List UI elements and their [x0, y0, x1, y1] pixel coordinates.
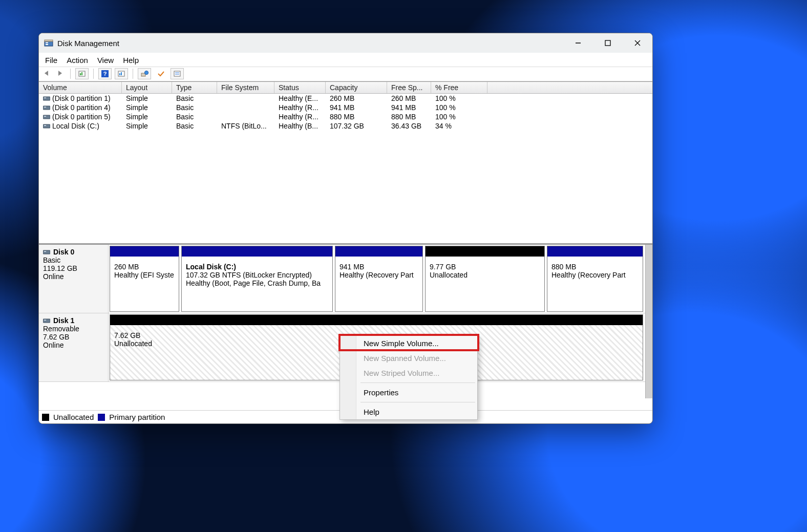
minimize-button[interactable]: [563, 33, 593, 53]
partition[interactable]: Local Disk (C:)107.32 GB NTFS (BitLocker…: [181, 246, 333, 312]
menu-view[interactable]: View: [97, 56, 114, 65]
tool-help-icon[interactable]: ?: [98, 68, 112, 79]
cell-pct: 100 %: [431, 112, 487, 121]
disk-icon: [43, 248, 50, 256]
disk-name: Disk 1: [53, 316, 74, 325]
col-volume[interactable]: Volume: [39, 82, 122, 93]
svg-rect-25: [43, 115, 50, 119]
table-row[interactable]: (Disk 0 partition 4)SimpleBasicHealthy (…: [39, 103, 652, 112]
table-row[interactable]: (Disk 0 partition 1)SimpleBasicHealthy (…: [39, 94, 652, 103]
context-menu-separator: [360, 382, 475, 383]
svg-text:?: ?: [103, 71, 107, 77]
svg-rect-22: [44, 98, 46, 99]
svg-rect-31: [43, 319, 50, 323]
disk-kind: Basic: [43, 256, 104, 264]
cell-volume: Local Disk (C:): [52, 122, 99, 130]
cell-type: Basic: [172, 94, 217, 103]
svg-rect-0: [45, 41, 53, 46]
svg-rect-28: [44, 125, 46, 126]
legend-unallocated-swatch: [42, 414, 49, 421]
col-capacity[interactable]: Capacity: [326, 82, 387, 93]
nav-back-icon[interactable]: [42, 69, 52, 79]
partition-stripe: [335, 246, 422, 257]
cell-free: 880 MB: [387, 112, 431, 121]
svg-rect-32: [44, 320, 46, 321]
partition[interactable]: 9.77 GBUnallocated: [425, 246, 545, 312]
tool-action-icon[interactable]: [138, 68, 151, 79]
svg-rect-24: [44, 107, 46, 108]
svg-rect-1: [45, 40, 53, 41]
svg-rect-14: [119, 73, 120, 75]
partition-title: Local Disk (C:): [186, 263, 328, 271]
disk-kind: Removable: [43, 325, 104, 333]
cell-layout: Simple: [122, 121, 172, 131]
cell-capacity: 880 MB: [326, 112, 387, 121]
menu-file[interactable]: File: [45, 56, 57, 65]
cell-capacity: 107.32 GB: [326, 121, 387, 131]
cell-type: Basic: [172, 121, 217, 131]
partition-size: 260 MB: [114, 263, 175, 271]
window-title: Disk Management: [57, 39, 563, 48]
cell-fs: [217, 112, 274, 121]
col-filesystem[interactable]: File System: [217, 82, 274, 93]
partition[interactable]: 880 MBHealthy (Recovery Part: [547, 246, 643, 312]
maximize-button[interactable]: [593, 33, 623, 53]
tool-refresh-icon[interactable]: [75, 68, 89, 79]
disk-state: Online: [43, 272, 104, 281]
tool-check-icon[interactable]: [154, 68, 167, 79]
svg-rect-18: [174, 71, 180, 76]
context-new-striped-volume: New Striped Volume...: [340, 366, 477, 380]
vertical-scrollbar[interactable]: [645, 245, 652, 398]
table-row[interactable]: (Disk 0 partition 5)SimpleBasicHealthy (…: [39, 112, 652, 121]
volume-icon: [43, 94, 50, 99]
svg-rect-10: [81, 72, 82, 75]
table-row[interactable]: Local Disk (C:)SimpleBasicNTFS (BitLo...…: [39, 121, 652, 131]
context-help[interactable]: Help: [340, 405, 477, 419]
menu-help[interactable]: Help: [123, 56, 139, 65]
col-free[interactable]: Free Sp...: [387, 82, 431, 93]
cell-fs: [217, 94, 274, 103]
close-button[interactable]: [623, 33, 652, 53]
menubar: File Action View Help: [39, 53, 652, 67]
cell-layout: Simple: [122, 112, 172, 121]
table-body: (Disk 0 partition 1)SimpleBasicHealthy (…: [39, 94, 652, 243]
partition-stripe: [110, 315, 643, 325]
partition-status: Unallocated: [430, 271, 540, 279]
context-properties[interactable]: Properties: [340, 385, 477, 400]
nav-forward-icon[interactable]: [55, 69, 66, 79]
col-pct-free[interactable]: % Free: [431, 82, 487, 93]
partition[interactable]: 941 MBHealthy (Recovery Part: [335, 246, 423, 312]
toolbar-separator: [133, 69, 133, 79]
cell-fs: [217, 103, 274, 112]
cell-free: 260 MB: [387, 94, 431, 103]
partition-stripe: [426, 246, 544, 257]
cell-capacity: 941 MB: [326, 103, 387, 112]
disk-size: 119.12 GB: [43, 264, 104, 272]
tool-list-icon[interactable]: [171, 68, 184, 79]
svg-rect-3: [46, 44, 48, 45]
cell-layout: Simple: [122, 94, 172, 103]
partition[interactable]: 260 MBHealthy (EFI Syste: [110, 246, 179, 312]
cell-layout: Simple: [122, 103, 172, 112]
svg-rect-26: [44, 116, 46, 117]
disk-label[interactable]: Disk 0Basic119.12 GBOnline: [39, 245, 109, 313]
legend-unallocated-label: Unallocated: [53, 413, 94, 421]
disk-label[interactable]: Disk 1Removable7.62 GBOnline: [39, 313, 109, 381]
legend-primary-label: Primary partition: [109, 413, 165, 421]
volume-table: Volume Layout Type File System Status Ca…: [39, 81, 652, 244]
toolbar-separator: [93, 69, 94, 79]
context-new-simple-volume[interactable]: New Simple Volume...: [340, 336, 477, 351]
svg-rect-5: [605, 40, 610, 46]
svg-rect-9: [80, 73, 81, 75]
svg-rect-2: [46, 42, 48, 44]
col-type[interactable]: Type: [172, 82, 217, 93]
col-status[interactable]: Status: [274, 82, 326, 93]
titlebar[interactable]: Disk Management: [39, 33, 652, 53]
col-layout[interactable]: Layout: [122, 82, 172, 93]
cell-pct: 100 %: [431, 94, 487, 103]
disk-name: Disk 0: [53, 248, 74, 256]
svg-rect-30: [44, 251, 46, 252]
partition-size: 941 MB: [339, 263, 418, 271]
menu-action[interactable]: Action: [67, 56, 88, 65]
tool-settings-icon[interactable]: [115, 68, 128, 79]
